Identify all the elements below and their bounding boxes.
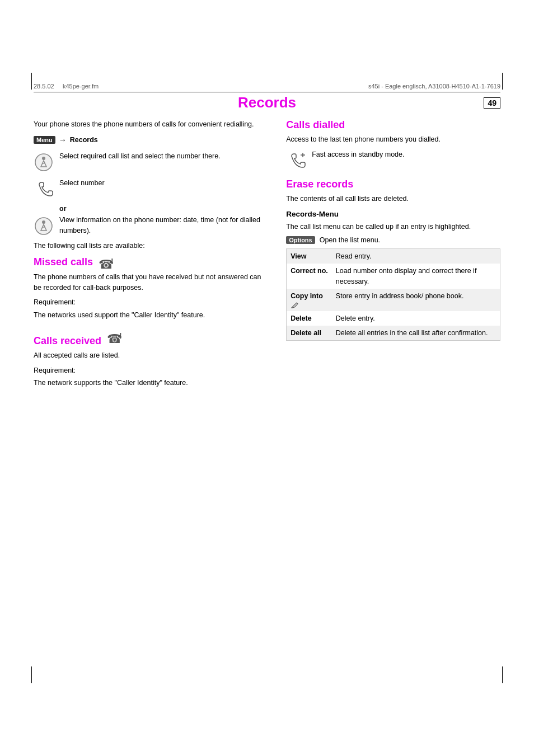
erase-records-text: The contents of all call lists are delet… [286,194,500,204]
records-table-row: DeleteDelete entry. [287,311,500,326]
options-badge: Options [286,236,315,244]
menu-arrow: → [59,135,67,144]
phone-curved-icon [34,179,54,199]
calls-dialled-fast-access-row: Fast access in standby mode. [286,149,500,171]
copy-into-icon [291,301,298,309]
nav-circle-icon-2 [34,216,54,236]
calls-dialled-section: Calls dialled Access to the last ten pho… [286,119,500,171]
border-mark-br [502,666,503,683]
border-mark-tr [502,73,503,90]
nav-circle-icon-1 [34,152,54,172]
content-area: Records 49 Your phone stores the phone n… [34,94,500,683]
erase-records-section: Erase records The contents of all call l… [286,179,500,204]
intro-text: Your phone stores the phone numbers of c… [34,119,269,130]
records-menu-heading: Records-Menu [286,210,500,218]
meta-date-file: 28.5.02 k45pe-ger.fm [34,83,99,90]
svg-point-1 [42,157,45,160]
svg-text:!: ! [119,331,122,340]
page-container: 28.5.02 k45pe-ger.fm s45i - Eagle englis… [0,0,534,756]
fast-access-text: Fast access in standby mode. [312,149,500,160]
step-3-text: View information on the phone number: da… [59,215,269,236]
missed-calls-heading: Missed calls [34,256,93,268]
records-menu-desc: The call list menu can be called up if a… [286,222,500,232]
records-menu-table: ViewRead entry.Correct no.Load number on… [286,248,500,341]
records-row-action: Correct no. [287,264,332,288]
missed-calls-req-text: The networks used support the "Caller Id… [34,310,269,321]
two-col-layout: Your phone stores the phone numbers of c… [34,119,500,391]
records-row-desc: Delete all entries in the call list afte… [332,326,500,341]
calls-received-req-label: Requirement: [34,365,269,376]
options-line: Options Open the list menu. [286,236,500,244]
records-menu-section: Records-Menu The call list menu can be c… [286,210,500,341]
calls-received-text1: All accepted calls are listed. [34,350,269,361]
border-mark-bl [31,666,32,683]
missed-calls-heading-row: Missed calls ☎ ! [34,256,269,272]
missed-calls-text: The phone numbers of calls that you have… [34,272,269,293]
records-row-action: Delete all [287,326,332,341]
menu-target: Records [70,136,98,144]
calls-received-req-text: The network supports the "Caller Identit… [34,378,269,388]
records-row-desc: Delete entry. [332,311,500,326]
records-table-row: Copy intoStore entry in address book/ ph… [287,289,500,311]
records-row-desc: Read entry. [332,249,500,264]
missed-calls-section: Missed calls ☎ ! The phone numbers of ca… [34,256,269,321]
left-column: Your phone stores the phone numbers of c… [34,119,269,391]
records-table-row: ViewRead entry. [287,249,500,264]
records-row-desc: Store entry in address book/ phone book. [332,289,500,311]
following-text: The following call lists are available: [34,242,269,250]
menu-nav: Menu → Records [34,135,269,144]
svg-point-5 [42,220,45,224]
calls-received-icon: ☎ ! [107,331,124,346]
right-column: Calls dialled Access to the last ten pho… [286,119,500,391]
calls-received-heading: Calls received [34,335,101,347]
records-row-desc: Load number onto display and correct the… [332,264,500,288]
page-number: 49 [484,97,500,109]
calls-received-heading-row: Calls received ☎ ! [34,327,269,350]
page-title-row: Records 49 [34,94,500,111]
step-1-row: Select required call list and select the… [34,151,269,172]
step-3-row: View information on the phone number: da… [34,215,269,236]
meta-model: s45i - Eagle englisch, A31008-H4510-A1-1… [368,83,500,90]
svg-text:!: ! [111,257,114,266]
menu-badge: Menu [34,136,55,144]
step-2-text: Select number [59,178,269,189]
records-table-row: Correct no.Load number onto display and … [287,264,500,288]
missed-calls-icon: ☎ ! [99,256,115,272]
records-row-action: Copy into [287,289,332,311]
svg-point-4 [35,218,52,234]
erase-records-heading: Erase records [286,179,500,190]
records-row-action: View [287,249,332,264]
missed-calls-req-label: Requirement: [34,297,269,308]
page-title: Records [238,94,296,111]
fast-access-icon [286,151,306,171]
records-row-action: Delete [287,311,332,326]
step-1-text: Select required call list and select the… [59,151,269,162]
records-table-row: Delete allDelete all entries in the call… [287,326,500,341]
step-2-row: Select number [34,178,269,199]
svg-point-0 [35,154,52,171]
options-text: Open the list menu. [320,236,380,244]
calls-received-section: Calls received ☎ ! All accepted calls ar… [34,327,269,388]
border-mark-tl [31,73,32,90]
calls-dialled-heading: Calls dialled [286,119,500,131]
header-meta: 28.5.02 k45pe-ger.fm s45i - Eagle englis… [34,83,500,92]
calls-dialled-text: Access to the last ten phone numbers you… [286,134,500,145]
step-or: or [59,205,269,213]
